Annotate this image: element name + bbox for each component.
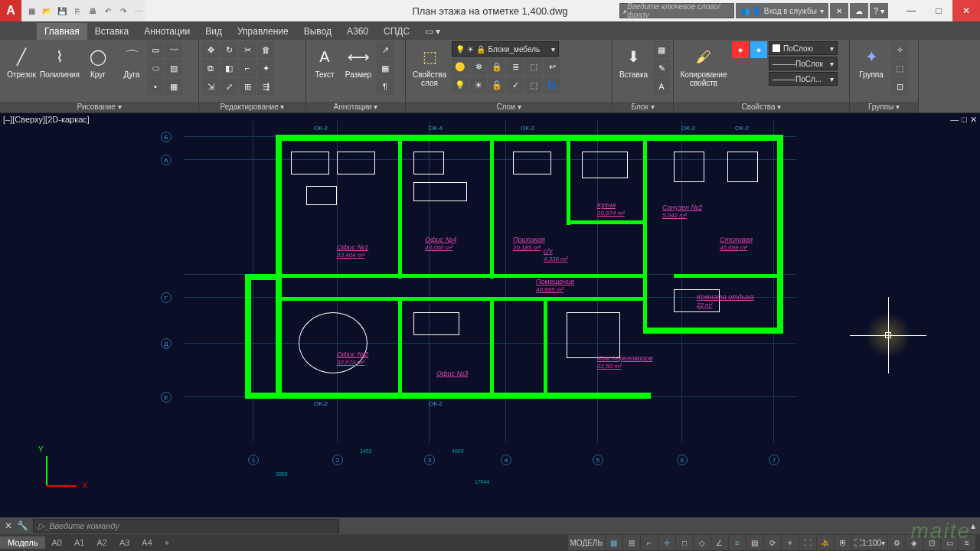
- layer-lock-icon[interactable]: 🔒: [488, 58, 505, 75]
- cmd-expand-icon[interactable]: ▴: [971, 520, 975, 531]
- status-annomon-icon[interactable]: +: [782, 535, 799, 550]
- status-hw-icon[interactable]: ⊡: [923, 535, 940, 550]
- array-icon[interactable]: ⊞: [239, 78, 256, 95]
- stretch-icon[interactable]: ⇲: [202, 78, 219, 95]
- layer-prev-icon[interactable]: ↩: [544, 58, 560, 75]
- viewport-min-icon[interactable]: —: [950, 115, 959, 125]
- qat-saveas-icon[interactable]: ⎘: [70, 4, 84, 18]
- mirror-icon[interactable]: ◧: [220, 60, 237, 77]
- qat-open-icon[interactable]: 📂: [40, 4, 54, 18]
- erase-icon[interactable]: 🗑: [257, 41, 274, 58]
- tab-layout-a3[interactable]: А3: [113, 536, 136, 549]
- panel-block-title[interactable]: Блок ▾: [612, 102, 673, 112]
- table-icon[interactable]: ▦: [377, 60, 394, 77]
- search-input[interactable]: ▸ Введите ключевое слово/фразу: [619, 3, 734, 18]
- offset-icon[interactable]: ⇶: [257, 78, 274, 95]
- attr-block-icon[interactable]: A: [653, 78, 670, 95]
- status-gear-icon[interactable]: ⚙: [888, 535, 905, 550]
- fillet-icon[interactable]: ⌐: [239, 60, 256, 77]
- rect-icon[interactable]: ▭: [147, 41, 164, 58]
- ellipse-icon[interactable]: ⬭: [147, 60, 164, 77]
- layer-cur-icon[interactable]: ✓: [507, 77, 524, 93]
- qat-undo-icon[interactable]: ↶: [101, 4, 115, 18]
- group-edit-icon[interactable]: ⬚: [891, 60, 908, 77]
- tab-insert[interactable]: Вставка: [87, 23, 137, 40]
- status-3dosnap-icon[interactable]: ◇: [694, 535, 710, 550]
- match-props-button[interactable]: 🖌Копирование свойств: [677, 41, 730, 87]
- layer-walk-icon[interactable]: 👣: [544, 77, 560, 93]
- tab-layout-a1[interactable]: А1: [68, 536, 90, 549]
- viewport-max-icon[interactable]: □: [962, 115, 967, 125]
- leader-icon[interactable]: ↗: [377, 41, 394, 58]
- status-trans-icon[interactable]: ▤: [746, 535, 763, 550]
- layer-uniso-icon[interactable]: ⬚: [525, 77, 542, 93]
- qat-save-icon[interactable]: 💾: [55, 4, 69, 18]
- explode-icon[interactable]: ✦: [257, 60, 274, 77]
- signin-button[interactable]: 👥 👤 Вход в службы ▾: [736, 3, 828, 18]
- status-clean-icon[interactable]: ▭: [941, 535, 958, 550]
- polyline-button[interactable]: ⌇Полилиния: [41, 41, 78, 79]
- line-button[interactable]: ╱Отрезок: [3, 41, 40, 79]
- tab-layout-a2[interactable]: А2: [90, 536, 113, 549]
- color2-icon[interactable]: ●: [750, 41, 767, 58]
- tab-model[interactable]: Модель: [0, 536, 45, 549]
- rotate-icon[interactable]: ↻: [220, 41, 237, 58]
- panel-groups-title[interactable]: Группы ▾: [850, 102, 918, 112]
- layer-off-icon[interactable]: 🟡: [452, 58, 469, 75]
- text-button[interactable]: АТекст: [309, 41, 340, 79]
- copy-icon[interactable]: ⧉: [202, 60, 219, 77]
- tab-home[interactable]: Главная: [37, 23, 87, 40]
- exchange-icon[interactable]: ✕: [830, 3, 848, 18]
- linetype-dropdown[interactable]: ———ПоСл...▾: [769, 72, 838, 86]
- qat-redo-icon[interactable]: ↷: [116, 4, 130, 18]
- qat-more-icon[interactable]: ⋯: [132, 4, 145, 18]
- maximize-button[interactable]: □: [925, 0, 952, 21]
- insert-block-button[interactable]: ⬇Вставка: [616, 41, 652, 79]
- color-icon[interactable]: ●: [732, 41, 749, 58]
- status-custom-icon[interactable]: ≡: [959, 535, 975, 550]
- status-cycle-icon[interactable]: ⟳: [764, 535, 781, 550]
- mtext-icon[interactable]: ¶: [377, 78, 394, 95]
- minimize-button[interactable]: —: [897, 0, 925, 21]
- status-ortho-icon[interactable]: ⌐: [641, 535, 658, 550]
- cmd-config-icon[interactable]: 🔧: [17, 520, 28, 531]
- group-sel-icon[interactable]: ⊡: [891, 78, 908, 95]
- panel-layers-title[interactable]: Слои ▾: [406, 102, 612, 112]
- status-model[interactable]: МОДЕЛЬ: [568, 535, 605, 550]
- drawing-canvas[interactable]: [–][Сверху][2D-каркас] — □ ✕: [0, 113, 980, 517]
- circle-button[interactable]: ◯Круг: [80, 41, 116, 79]
- tab-view[interactable]: Вид: [198, 23, 230, 40]
- view-label[interactable]: [–][Сверху][2D-каркас]: [3, 115, 90, 124]
- region-icon[interactable]: ▦: [165, 78, 182, 95]
- status-osnap-icon[interactable]: □: [676, 535, 693, 550]
- layer-on-icon[interactable]: 💡: [452, 77, 469, 93]
- ungroup-icon[interactable]: ✧: [891, 41, 908, 58]
- layer-unlock-icon[interactable]: 🔓: [488, 77, 505, 93]
- status-scale[interactable]: ⛶ 1:100 ▾: [852, 535, 887, 550]
- tab-a360[interactable]: A360: [339, 23, 376, 40]
- tab-layout-a4[interactable]: А4: [136, 536, 158, 549]
- status-person-icon[interactable]: ⛹: [817, 535, 834, 550]
- panel-props-title[interactable]: Свойства ▾: [674, 102, 849, 112]
- close-button[interactable]: ✕: [952, 0, 980, 21]
- status-annoscale-icon[interactable]: ⛨: [835, 535, 851, 550]
- layer-dropdown[interactable]: 💡 ☀ 🔒 Блоки_мебель ▾: [452, 41, 559, 57]
- arc-button[interactable]: ⌒Дуга: [118, 41, 145, 79]
- status-snap-icon[interactable]: ⊞: [623, 535, 640, 550]
- tab-layout-a0[interactable]: А0: [45, 536, 67, 549]
- create-block-icon[interactable]: ▦: [653, 41, 670, 58]
- lineweight-dropdown[interactable]: ———ПоСлок▾: [769, 57, 838, 70]
- qat-new-icon[interactable]: ▦: [24, 4, 38, 18]
- tab-annotate[interactable]: Аннотации: [136, 23, 198, 40]
- scale-icon[interactable]: ⤢: [220, 78, 237, 95]
- tab-add-layout[interactable]: +: [158, 536, 175, 549]
- trim-icon[interactable]: ✂: [239, 41, 256, 58]
- a360-icon[interactable]: ☁: [850, 3, 868, 18]
- status-otrack-icon[interactable]: ∠: [711, 535, 728, 550]
- viewport-close-icon[interactable]: ✕: [970, 115, 977, 125]
- status-polar-icon[interactable]: ✛: [658, 535, 675, 550]
- layer-props-button[interactable]: ⬚Свойства слоя: [409, 41, 450, 87]
- panel-annot-title[interactable]: Аннотации ▾: [306, 102, 405, 112]
- group-button[interactable]: ✦Группа: [853, 41, 890, 79]
- layer-match-icon[interactable]: ≣: [507, 58, 524, 75]
